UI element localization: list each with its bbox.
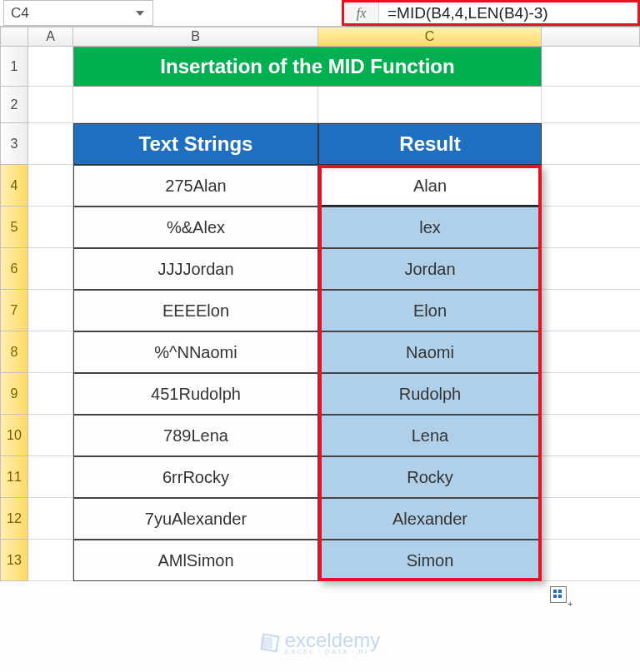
cell-blank[interactable] xyxy=(542,87,640,123)
cell-blank[interactable] xyxy=(542,248,640,290)
cell-C10[interactable]: Lena xyxy=(318,415,542,456)
header-result[interactable]: Result xyxy=(318,123,542,165)
cell-A[interactable] xyxy=(28,540,73,581)
watermark-sub: EXCEL · DATA · BI xyxy=(285,649,381,655)
cell-A[interactable] xyxy=(28,248,73,290)
select-all-corner[interactable] xyxy=(0,27,28,47)
row-header-8[interactable]: 8 xyxy=(0,331,28,373)
row-header-2[interactable]: 2 xyxy=(0,87,28,123)
row-header-12[interactable]: 12 xyxy=(0,498,28,540)
cell-blank[interactable] xyxy=(542,165,640,207)
cell-C11[interactable]: Rocky xyxy=(318,456,542,498)
svg-rect-4 xyxy=(261,635,278,652)
cell-A3[interactable] xyxy=(28,123,73,165)
column-headers: A B C xyxy=(0,27,640,47)
watermark-text: exceldemy xyxy=(285,630,381,650)
cell-A1[interactable] xyxy=(28,47,73,87)
autofill-icon xyxy=(553,590,563,600)
row-header-3[interactable]: 3 xyxy=(0,123,28,165)
cell-C6[interactable]: Jordan xyxy=(318,248,542,290)
cell-B9[interactable]: 451Rudolph xyxy=(73,373,318,415)
row-header-7[interactable]: 7 xyxy=(0,290,28,331)
cell-C7[interactable]: Elon xyxy=(318,290,542,331)
cell-C2[interactable] xyxy=(318,87,542,123)
exceldemy-logo-icon xyxy=(260,633,280,653)
row-header-13[interactable]: 13 xyxy=(0,540,28,581)
formula-bar-highlight: fx =MID(B4,4,LEN(B4)-3) xyxy=(342,0,640,26)
cell-B7[interactable]: EEEElon xyxy=(73,290,318,331)
row-header-11[interactable]: 11 xyxy=(0,456,28,498)
col-header-B[interactable]: B xyxy=(73,27,318,47)
cell-A[interactable] xyxy=(28,456,73,498)
svg-rect-5 xyxy=(261,637,272,649)
cell-A[interactable] xyxy=(28,373,73,415)
formula-bar: C4 fx =MID(B4,4,LEN(B4)-3) xyxy=(0,0,640,27)
cell-blank[interactable] xyxy=(542,123,640,165)
cell-blank[interactable] xyxy=(542,415,640,456)
cell-A2[interactable] xyxy=(28,87,73,123)
row-header-6[interactable]: 6 xyxy=(0,248,28,290)
svg-rect-1 xyxy=(558,590,562,593)
cell-C4[interactable]: Alan xyxy=(318,165,542,207)
cell-blank[interactable] xyxy=(542,290,640,331)
row-header-4[interactable]: 4 xyxy=(0,165,28,207)
cell-A[interactable] xyxy=(28,165,73,207)
row-header-1[interactable]: 1 xyxy=(0,47,28,87)
cell-A[interactable] xyxy=(28,207,73,248)
cell-B12[interactable]: 7yuAlexander xyxy=(73,498,318,540)
cell-A[interactable] xyxy=(28,498,73,540)
cell-blank[interactable] xyxy=(542,207,640,248)
cell-blank[interactable] xyxy=(542,540,640,581)
cell-grid: Insertation of the MID Function Text Str… xyxy=(28,47,640,581)
cell-C13[interactable]: Simon xyxy=(318,540,542,581)
cell-blank[interactable] xyxy=(542,47,640,87)
svg-rect-3 xyxy=(558,595,562,598)
row-headers: 1 2 3 4 5 6 7 8 9 10 11 12 13 xyxy=(0,47,28,581)
autofill-options-button[interactable]: + xyxy=(550,586,567,603)
col-header-blank[interactable] xyxy=(542,27,640,47)
svg-rect-2 xyxy=(553,595,557,598)
worksheet: A B C 1 2 3 4 5 6 7 8 9 10 11 12 13 Inse… xyxy=(0,27,640,581)
cell-B4[interactable]: 275Alan xyxy=(73,165,318,207)
formula-input[interactable]: =MID(B4,4,LEN(B4)-3) xyxy=(379,2,638,23)
cell-B10[interactable]: 789Lena xyxy=(73,415,318,456)
watermark: exceldemy EXCEL · DATA · BI xyxy=(0,630,640,655)
row-header-10[interactable]: 10 xyxy=(0,415,28,456)
cell-blank[interactable] xyxy=(542,498,640,540)
svg-rect-0 xyxy=(553,590,557,593)
cell-B6[interactable]: JJJJordan xyxy=(73,248,318,290)
active-cell-reference: C4 xyxy=(11,5,136,22)
chevron-down-icon[interactable] xyxy=(136,11,144,16)
col-header-A[interactable]: A xyxy=(28,27,73,47)
col-header-C[interactable]: C xyxy=(318,27,542,47)
cell-C12[interactable]: Alexander xyxy=(318,498,542,540)
cell-A[interactable] xyxy=(28,290,73,331)
fx-icon[interactable]: fx xyxy=(344,2,379,23)
cell-B8[interactable]: %^NNaomi xyxy=(73,331,318,373)
cell-A[interactable] xyxy=(28,331,73,373)
title-cell[interactable]: Insertation of the MID Function xyxy=(73,47,542,87)
cell-blank[interactable] xyxy=(542,373,640,415)
cell-B5[interactable]: %&Alex xyxy=(73,207,318,248)
cell-blank[interactable] xyxy=(542,456,640,498)
cell-A[interactable] xyxy=(28,415,73,456)
cell-C5[interactable]: lex xyxy=(318,207,542,248)
cell-C9[interactable]: Rudolph xyxy=(318,373,542,415)
cell-B13[interactable]: AMlSimon xyxy=(73,540,318,581)
header-text-strings[interactable]: Text Strings xyxy=(73,123,318,165)
name-box[interactable]: C4 xyxy=(3,0,153,26)
cell-B2[interactable] xyxy=(73,87,318,123)
cell-blank[interactable] xyxy=(542,331,640,373)
row-header-5[interactable]: 5 xyxy=(0,207,28,248)
cell-C8[interactable]: Naomi xyxy=(318,331,542,373)
cell-B11[interactable]: 6rrRocky xyxy=(73,456,318,498)
row-header-9[interactable]: 9 xyxy=(0,373,28,415)
